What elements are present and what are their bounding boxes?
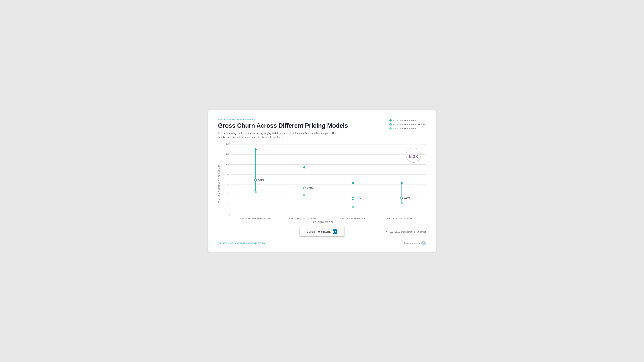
series-dot-top-3 bbox=[400, 182, 403, 184]
subtitle: Companies using a value metric are seein… bbox=[218, 131, 346, 139]
title-block: VALUE METRIC BENCHMARKS Gross Churn Acro… bbox=[218, 118, 356, 139]
bottom-section: CLICK TO SHARE in N = 6.2k SaaS or subsc… bbox=[218, 227, 426, 237]
series-line-0 bbox=[256, 149, 256, 192]
grid-and-plot: 14%12%10%8%6%4%2%0%6.87%5.32%3.21%3.34% bbox=[221, 144, 426, 215]
median-label-3: 3.34% bbox=[404, 197, 410, 199]
section-label: VALUE METRIC BENCHMARKS bbox=[218, 118, 356, 120]
legend-dot-q3-75 bbox=[390, 119, 392, 121]
median-label-2: 3.21% bbox=[355, 197, 362, 200]
series-dot-top-2 bbox=[352, 182, 354, 184]
grid-label: 8% bbox=[221, 173, 230, 176]
grid-label: 6% bbox=[221, 183, 230, 186]
y-axis-label: AVERAGE MONTHLY GROSS CHURN bbox=[218, 144, 220, 223]
header-section: VALUE METRIC BENCHMARKS Gross Churn Acro… bbox=[218, 118, 426, 139]
x-label-3: MULTIPLE VALUE METRICS bbox=[377, 217, 426, 219]
footer: SOURCE: 2018 SAAS UNIT ECONOMIC STUDY Br… bbox=[218, 241, 426, 246]
share-label: CLICK TO SHARE bbox=[306, 231, 331, 233]
median-label-1: 5.32% bbox=[306, 187, 313, 189]
main-card: VALUE METRIC BENCHMARKS Gross Churn Acro… bbox=[208, 110, 436, 252]
legend-label-q3-75: Q3 = 75TH PERCENTILE bbox=[394, 119, 416, 121]
legend-item-q3-75: Q3 = 75TH PERCENTILE bbox=[390, 119, 426, 121]
chart-area: AVERAGE MONTHLY GROSS CHURN 14%12%10%8%6… bbox=[218, 144, 426, 223]
legend-dot-q4-25 bbox=[390, 127, 392, 130]
share-button[interactable]: CLICK TO SHARE in bbox=[300, 227, 344, 237]
median-label-0: 6.87% bbox=[258, 179, 264, 181]
linkedin-icon: in bbox=[333, 229, 338, 234]
legend-item-q3-50: Q3 = 50TH PERCENTILE (MEDIAN) bbox=[390, 123, 426, 125]
legend-label-q4-25: Q4 = 25TH PERCENTILE bbox=[394, 127, 416, 129]
x-label-0: FEATURE DIFFERENTIATED bbox=[231, 217, 280, 219]
source-text: SOURCE: 2018 SAAS UNIT ECONOMIC STUDY bbox=[218, 242, 265, 244]
series-dot-median-1 bbox=[303, 187, 306, 189]
series-dot-bottom-0 bbox=[254, 191, 257, 193]
legend-block: Q3 = 75TH PERCENTILEQ3 = 50TH PERCENTILE… bbox=[390, 119, 426, 130]
series-dot-bottom-3 bbox=[400, 202, 403, 204]
grid-label: 2% bbox=[221, 203, 230, 206]
data-columns: 6.87%5.32%3.21%3.34% bbox=[231, 144, 426, 215]
main-title: Gross Churn Across Different Pricing Mod… bbox=[218, 122, 356, 129]
legend-label-q3-50: Q3 = 50TH PERCENTILE (MEDIAN) bbox=[394, 123, 426, 125]
brought-by-label: Brought to you by bbox=[404, 242, 420, 244]
data-col-1: 5.32% bbox=[280, 144, 328, 215]
series-dot-median-0 bbox=[254, 179, 257, 182]
series-line-3 bbox=[402, 183, 402, 203]
company-logo: P bbox=[421, 241, 426, 246]
grid-label: 10% bbox=[221, 163, 230, 166]
chart-inner: AVERAGE MONTHLY GROSS CHURN 14%12%10%8%6… bbox=[218, 144, 426, 223]
n-badge-value: 6.2k bbox=[409, 154, 418, 159]
legend-dot-q3-50 bbox=[390, 123, 392, 125]
grid-label: 14% bbox=[221, 143, 230, 145]
x-axis-title: PRICING MODEL bbox=[221, 221, 426, 223]
data-col-0: 6.87% bbox=[231, 144, 280, 215]
series-line-2 bbox=[353, 183, 353, 207]
grid-label: 12% bbox=[221, 153, 230, 156]
brought-by: Brought to you by P bbox=[404, 241, 426, 246]
series-dot-top-0 bbox=[254, 148, 257, 150]
x-axis: FEATURE DIFFERENTIATEDFEATURE + VALUE ME… bbox=[231, 217, 426, 219]
x-label-1: FEATURE + VALUE METRIC bbox=[280, 217, 328, 219]
grid-label: 4% bbox=[221, 193, 230, 196]
chart-body: 14%12%10%8%6%4%2%0%6.87%5.32%3.21%3.34% … bbox=[221, 144, 426, 223]
x-label-2: SINGLE VALUE METRIC bbox=[329, 217, 377, 219]
series-line-1 bbox=[304, 167, 304, 195]
data-col-2: 3.21% bbox=[329, 144, 377, 215]
n-badge: N 6.2k bbox=[406, 148, 421, 163]
series-dot-bottom-1 bbox=[303, 194, 306, 196]
legend-item-q4-25: Q4 = 25TH PERCENTILE bbox=[390, 127, 426, 130]
series-dot-median-2 bbox=[352, 197, 354, 200]
n-badge-label: N bbox=[413, 152, 414, 154]
grid-label: 0% bbox=[221, 214, 230, 216]
series-dot-top-1 bbox=[303, 166, 306, 169]
series-dot-median-3 bbox=[400, 197, 403, 199]
grid-line bbox=[231, 215, 426, 215]
n-note: N = 6.2k SaaS or subscription companies bbox=[386, 231, 426, 233]
series-dot-bottom-2 bbox=[352, 206, 354, 208]
